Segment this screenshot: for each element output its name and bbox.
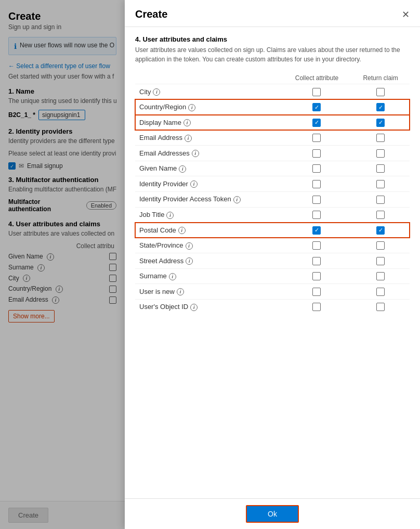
return-checkbox-cell[interactable]: ✓ [351, 223, 410, 238]
return-checkbox-cell[interactable] [351, 84, 410, 100]
modal-panel: Create ✕ 4. User attributes and claims U… [125, 0, 420, 529]
attr-name-cell: Identity Provideri [135, 176, 282, 192]
col-return: Return claim [351, 72, 410, 84]
attr-name-cell: Job Titlei [135, 207, 282, 223]
info-icon-row[interactable]: i [188, 104, 195, 111]
collect-checkbox-unchecked[interactable] [312, 241, 321, 250]
return-checkbox-unchecked[interactable] [376, 241, 385, 250]
modal-body: 4. User attributes and claims User attri… [125, 27, 420, 498]
collect-checkbox-unchecked[interactable] [312, 196, 321, 204]
return-checkbox-cell[interactable] [351, 238, 410, 253]
collect-checkbox-cell[interactable] [282, 284, 351, 300]
return-checkbox-unchecked[interactable] [376, 196, 385, 204]
collect-checkbox-cell[interactable] [282, 84, 351, 100]
collect-checkbox-cell[interactable] [282, 238, 351, 253]
return-checkbox-unchecked[interactable] [376, 88, 385, 96]
collect-checkbox-cell[interactable]: ✓ [282, 223, 351, 238]
collect-checkbox-cell[interactable] [282, 253, 351, 269]
table-row: Given Namei [135, 161, 410, 176]
info-icon-row[interactable]: i [166, 212, 174, 219]
return-checkbox-unchecked[interactable] [376, 164, 385, 173]
collect-checkbox-cell[interactable]: ✓ [282, 115, 351, 131]
return-checkbox-checked[interactable]: ✓ [376, 119, 385, 127]
return-checkbox-unchecked[interactable] [376, 257, 385, 265]
collect-checkbox-cell[interactable] [282, 299, 351, 314]
collect-checkbox-cell[interactable] [282, 268, 351, 284]
collect-checkbox-cell[interactable]: ✓ [282, 99, 351, 115]
info-icon-row[interactable]: i [186, 242, 193, 250]
return-checkbox-unchecked[interactable] [376, 149, 385, 158]
return-checkbox-unchecked[interactable] [376, 272, 385, 280]
return-checkbox-cell[interactable] [351, 191, 410, 207]
collect-checkbox-unchecked[interactable] [312, 134, 321, 142]
collect-checkbox-unchecked[interactable] [312, 149, 321, 158]
info-icon-row[interactable]: i [183, 119, 191, 126]
return-checkbox-unchecked[interactable] [376, 288, 385, 296]
table-row: Display Namei✓✓ [135, 115, 410, 131]
info-icon-row[interactable]: i [186, 257, 193, 265]
return-checkbox-cell[interactable] [351, 284, 410, 300]
table-row: Country/Regioni✓✓ [135, 99, 410, 115]
return-checkbox-unchecked[interactable] [376, 180, 385, 188]
attr-name-cell: State/Provincei [135, 238, 282, 253]
return-checkbox-cell[interactable] [351, 146, 410, 161]
info-icon-row[interactable]: i [177, 288, 184, 295]
return-checkbox-checked[interactable]: ✓ [376, 226, 385, 235]
return-checkbox-unchecked[interactable] [376, 211, 385, 219]
return-checkbox-cell[interactable]: ✓ [351, 99, 410, 115]
collect-checkbox-checked[interactable]: ✓ [312, 119, 321, 127]
attr-name-cell: Display Namei [135, 115, 282, 131]
return-checkbox-cell[interactable] [351, 207, 410, 223]
info-icon-row[interactable]: i [169, 273, 176, 280]
return-checkbox-cell[interactable] [351, 176, 410, 192]
table-row: User's Object IDi [135, 299, 410, 314]
collect-checkbox-unchecked[interactable] [312, 303, 321, 311]
return-checkbox-cell[interactable] [351, 161, 410, 176]
table-header-row: Collect attribute Return claim [135, 72, 410, 84]
modal-footer: Ok [125, 498, 420, 529]
return-checkbox-cell[interactable] [351, 253, 410, 269]
collect-checkbox-unchecked[interactable] [312, 88, 321, 96]
collect-checkbox-unchecked[interactable] [312, 288, 321, 296]
table-row: Email Addressesi [135, 146, 410, 161]
collect-checkbox-unchecked[interactable] [312, 164, 321, 173]
return-checkbox-cell[interactable] [351, 130, 410, 146]
collect-checkbox-cell[interactable] [282, 161, 351, 176]
collect-checkbox-cell[interactable] [282, 191, 351, 207]
collect-checkbox-cell[interactable] [282, 146, 351, 161]
collect-checkbox-cell[interactable] [282, 207, 351, 223]
close-button[interactable]: ✕ [402, 10, 410, 19]
info-icon-row[interactable]: i [178, 227, 186, 234]
return-checkbox-cell[interactable] [351, 268, 410, 284]
attr-name-cell: Given Namei [135, 161, 282, 176]
info-icon-row[interactable]: i [153, 88, 160, 96]
attributes-table: Collect attribute Return claim CityiCoun… [135, 72, 410, 314]
return-checkbox-unchecked[interactable] [376, 303, 385, 311]
return-checkbox-checked[interactable]: ✓ [376, 103, 385, 111]
collect-checkbox-cell[interactable] [282, 130, 351, 146]
return-checkbox-unchecked[interactable] [376, 134, 385, 142]
collect-checkbox-unchecked[interactable] [312, 211, 321, 219]
ok-button[interactable]: Ok [246, 505, 299, 523]
collect-checkbox-cell[interactable] [282, 176, 351, 192]
info-icon-row[interactable]: i [190, 304, 198, 311]
table-row: Street Addressi [135, 253, 410, 269]
attr-name-cell: Identity Provider Access Tokeni [135, 191, 282, 207]
info-icon-row[interactable]: i [192, 150, 199, 157]
return-checkbox-cell[interactable] [351, 299, 410, 314]
info-icon-row[interactable]: i [233, 196, 241, 203]
table-row: Cityi [135, 84, 410, 100]
collect-checkbox-checked[interactable]: ✓ [312, 103, 321, 111]
info-icon-row[interactable]: i [185, 135, 192, 142]
modal-title: Create [135, 8, 167, 20]
col-name [135, 72, 282, 84]
return-checkbox-cell[interactable]: ✓ [351, 115, 410, 131]
collect-checkbox-checked[interactable]: ✓ [312, 226, 321, 235]
collect-checkbox-unchecked[interactable] [312, 272, 321, 280]
attr-name-cell: Street Addressi [135, 253, 282, 269]
info-icon-row[interactable]: i [179, 165, 186, 173]
collect-checkbox-unchecked[interactable] [312, 180, 321, 188]
collect-checkbox-unchecked[interactable] [312, 257, 321, 265]
attr-name-cell: Cityi [135, 84, 282, 100]
info-icon-row[interactable]: i [190, 180, 198, 188]
